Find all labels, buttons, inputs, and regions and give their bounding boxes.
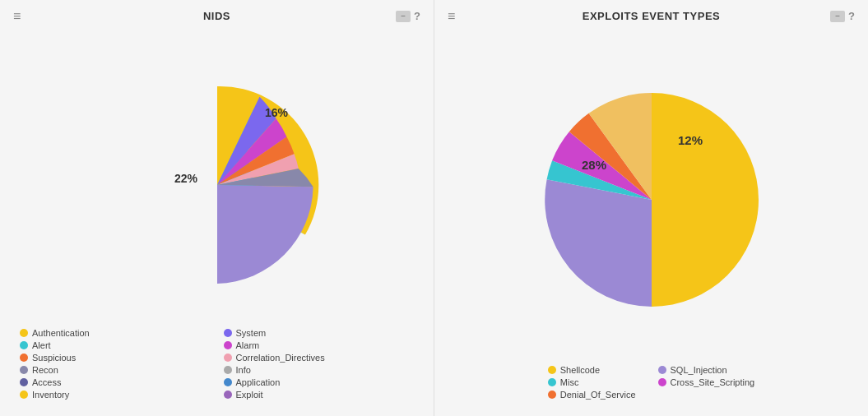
legend-label-exploit: Exploit bbox=[236, 390, 263, 400]
legend-dot-application bbox=[224, 378, 232, 386]
legend-label-suspicious: Suspicious bbox=[32, 353, 76, 363]
nids-panel: ≡ NIDS − ? bbox=[0, 0, 434, 416]
legend-dot-cross-site bbox=[658, 378, 666, 386]
legend-label-alert: Alert bbox=[32, 340, 51, 350]
legend-item-exploit: Exploit bbox=[224, 390, 415, 400]
shellcode-segment bbox=[652, 93, 759, 307]
legend-item-misc: Misc bbox=[548, 377, 645, 387]
legend-item-suspicious: Suspicious bbox=[20, 353, 211, 363]
legend-dot-sql-injection bbox=[658, 366, 666, 374]
legend-dot-access bbox=[20, 378, 28, 386]
legend-item-shellcode: Shellcode bbox=[548, 365, 645, 375]
legend-dot-dos bbox=[548, 391, 556, 399]
legend-item-cross-site: Cross_Site_Scripting bbox=[658, 377, 755, 387]
sql-injection-segment bbox=[545, 179, 652, 307]
legend-label-correlation: Correlation_Directives bbox=[236, 353, 325, 363]
legend-item-application: Application bbox=[224, 377, 415, 387]
legend-label-dos: Denial_Of_Service bbox=[560, 390, 636, 400]
legend-label-authentication: Authentication bbox=[32, 328, 90, 338]
nids-label-22: 22% bbox=[174, 172, 198, 185]
legend-dot-recon bbox=[20, 366, 28, 374]
legend-item-dos: Denial_Of_Service bbox=[548, 390, 645, 400]
legend-label-sql-injection: SQL_Injection bbox=[671, 365, 727, 375]
legend-item-alarm: Alarm bbox=[224, 340, 415, 350]
legend-label-cross-site: Cross_Site_Scripting bbox=[671, 377, 755, 387]
exploits-title: EXPLOITS EVENT TYPES bbox=[583, 10, 720, 22]
legend-item-system: System bbox=[224, 328, 415, 338]
exploits-header-right: − ? bbox=[830, 10, 855, 22]
legend-dot-misc bbox=[548, 378, 556, 386]
exploits-header: ≡ EXPLOITS EVENT TYPES − ? bbox=[448, 10, 855, 22]
nids-menu-icon[interactable]: ≡ bbox=[13, 10, 21, 23]
exploits-panel: ≡ EXPLOITS EVENT TYPES − ? bbox=[434, 0, 868, 416]
legend-item-inventory: Inventory bbox=[20, 390, 211, 400]
legend-label-inventory: Inventory bbox=[32, 390, 69, 400]
nids-legend: Authentication System Alert Alarm Suspic… bbox=[13, 325, 420, 403]
legend-dot-authentication bbox=[20, 329, 28, 337]
legend-item-authentication: Authentication bbox=[20, 328, 211, 338]
exploits-help-button[interactable]: ? bbox=[848, 10, 855, 22]
nids-chart-area: 16% 22% 45% bbox=[13, 29, 420, 325]
legend-dot-suspicious bbox=[20, 354, 28, 362]
legend-dot-inventory bbox=[20, 391, 28, 399]
nids-label-16: 16% bbox=[265, 106, 289, 119]
inventory-segment bbox=[217, 185, 313, 284]
legend-label-info: Info bbox=[236, 365, 251, 375]
nids-chart: 16% 22% 45% bbox=[86, 58, 349, 296]
legend-dot-info bbox=[224, 366, 232, 374]
nids-header: ≡ NIDS − ? bbox=[13, 10, 420, 22]
legend-label-shellcode: Shellcode bbox=[560, 365, 600, 375]
legend-dot-exploit bbox=[224, 391, 232, 399]
exploits-chart: 12% 28% 50% bbox=[504, 72, 800, 319]
legend-dot-alarm bbox=[224, 341, 232, 349]
exploits-menu-icon[interactable]: ≡ bbox=[448, 10, 455, 23]
legend-label-access: Access bbox=[32, 377, 61, 387]
legend-item-sql-injection: SQL_Injection bbox=[658, 365, 755, 375]
legend-label-system: System bbox=[236, 328, 267, 338]
exploits-legend: Shellcode SQL_Injection Misc Cross_Site_… bbox=[541, 362, 761, 403]
legend-item-info: Info bbox=[224, 365, 415, 375]
legend-dot-system bbox=[224, 329, 232, 337]
legend-label-misc: Misc bbox=[560, 377, 579, 387]
legend-dot-correlation bbox=[224, 354, 232, 362]
exploits-chart-area: 12% 28% 50% bbox=[448, 29, 855, 362]
legend-label-alarm: Alarm bbox=[236, 340, 260, 350]
nids-help-button[interactable]: ? bbox=[414, 10, 420, 22]
exploits-label-28: 28% bbox=[582, 158, 606, 172]
legend-item-correlation: Correlation_Directives bbox=[224, 353, 415, 363]
legend-item-recon: Recon bbox=[20, 365, 211, 375]
legend-label-application: Application bbox=[236, 377, 281, 387]
legend-label-recon: Recon bbox=[32, 365, 58, 375]
exploits-minimize-button[interactable]: − bbox=[830, 11, 845, 22]
legend-item-alert: Alert bbox=[20, 340, 211, 350]
legend-dot-shellcode bbox=[548, 366, 556, 374]
legend-item-access: Access bbox=[20, 377, 211, 387]
nids-title: NIDS bbox=[203, 10, 230, 22]
legend-dot-alert bbox=[20, 341, 28, 349]
nids-minimize-button[interactable]: − bbox=[396, 11, 411, 22]
nids-header-right: − ? bbox=[396, 10, 420, 22]
exploits-label-12: 12% bbox=[678, 133, 703, 147]
